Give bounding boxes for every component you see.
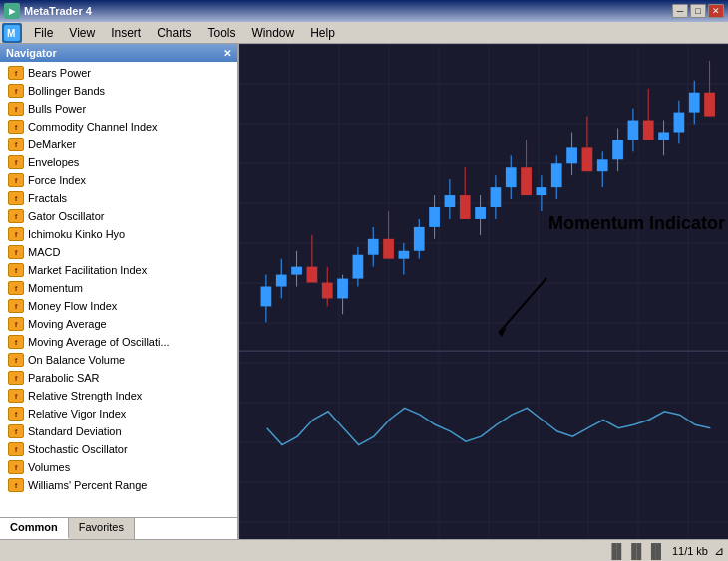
navigator-title-label: Navigator xyxy=(6,47,57,59)
navigator-panel: Navigator ✕ fBears PowerfBollinger Bands… xyxy=(0,44,239,539)
nav-item[interactable]: fMoney Flow Index xyxy=(0,297,237,315)
nav-item[interactable]: fCommodity Channel Index xyxy=(0,118,237,136)
nav-item[interactable]: fForce Index xyxy=(0,171,237,189)
nav-item[interactable]: fGator Oscillator xyxy=(0,207,237,225)
nav-item[interactable]: fFractals xyxy=(0,189,237,207)
nav-item[interactable]: fBears Power xyxy=(0,64,237,82)
nav-item-icon: f xyxy=(8,299,24,313)
status-bar: ▐▌▐▌▐▌ 11/1 kb ⊿ xyxy=(0,539,728,561)
nav-item[interactable]: fMACD xyxy=(0,243,237,261)
menu-insert[interactable]: Insert xyxy=(103,24,149,42)
nav-item-label: Commodity Channel Index xyxy=(28,121,158,133)
nav-item-label: Bollinger Bands xyxy=(28,85,105,97)
nav-item[interactable]: fMomentum xyxy=(0,279,237,297)
nav-item[interactable]: fBollinger Bands xyxy=(0,82,237,100)
nav-item-label: Moving Average xyxy=(28,318,107,330)
navigator-close-button[interactable]: ✕ xyxy=(223,48,231,59)
nav-item-label: DeMarker xyxy=(28,139,76,150)
nav-item[interactable]: fRelative Strength Index xyxy=(0,387,237,405)
nav-item-icon: f xyxy=(8,209,24,223)
nav-item-icon: f xyxy=(8,138,24,151)
resize-grip: ⊿ xyxy=(714,544,724,558)
close-button[interactable]: ✕ xyxy=(708,4,724,18)
price-chart xyxy=(239,44,728,539)
app-logo: M xyxy=(2,23,22,43)
nav-item-icon: f xyxy=(8,407,24,421)
nav-item-label: Force Index xyxy=(28,174,86,186)
nav-item-icon: f xyxy=(8,353,24,367)
navigator-list[interactable]: fBears PowerfBollinger BandsfBulls Power… xyxy=(0,62,237,517)
navigator-tabs: Common Favorites xyxy=(0,517,237,539)
menu-help[interactable]: Help xyxy=(302,24,343,42)
nav-item-icon: f xyxy=(8,245,24,259)
status-right: ▐▌▐▌▐▌ 11/1 kb ⊿ xyxy=(606,543,724,559)
nav-item[interactable]: fRelative Vigor Index xyxy=(0,405,237,422)
nav-item[interactable]: fStandard Deviation xyxy=(0,422,237,440)
nav-item-label: Momentum xyxy=(28,282,83,294)
navigator-title-bar: Navigator ✕ xyxy=(0,44,237,62)
nav-item-icon: f xyxy=(8,227,24,241)
nav-item-label: Money Flow Index xyxy=(28,300,117,312)
nav-item[interactable]: fIchimoku Kinko Hyo xyxy=(0,225,237,243)
menu-view[interactable]: View xyxy=(61,24,103,42)
nav-item-label: Williams' Percent Range xyxy=(28,479,147,491)
nav-item[interactable]: fBulls Power xyxy=(0,100,237,118)
main-content: Navigator ✕ fBears PowerfBollinger Bands… xyxy=(0,44,728,539)
nav-item-icon: f xyxy=(8,424,24,438)
nav-item[interactable]: fParabolic SAR xyxy=(0,369,237,387)
nav-item-icon: f xyxy=(8,102,24,116)
nav-item[interactable]: fStochastic Oscillator xyxy=(0,440,237,458)
chart-area[interactable]: ─ □ ✕ Momentum Indicator xyxy=(239,44,728,539)
tab-favorites[interactable]: Favorites xyxy=(69,518,135,539)
nav-item[interactable]: fMarket Facilitation Index xyxy=(0,261,237,279)
nav-item-label: Fractals xyxy=(28,192,67,204)
nav-item-label: Bulls Power xyxy=(28,103,86,115)
nav-item-label: Stochastic Oscillator xyxy=(28,443,128,455)
nav-item-icon: f xyxy=(8,263,24,277)
nav-item[interactable]: fOn Balance Volume xyxy=(0,351,237,369)
nav-item-icon: f xyxy=(8,84,24,98)
chart-status-icon: ▐▌▐▌▐▌ xyxy=(606,543,666,559)
nav-item-icon: f xyxy=(8,460,24,474)
nav-item-icon: f xyxy=(8,281,24,295)
nav-item[interactable]: fEnvelopes xyxy=(0,153,237,171)
nav-item-label: Parabolic SAR xyxy=(28,372,100,384)
nav-item-label: Market Facilitation Index xyxy=(28,264,147,276)
nav-item-label: Volumes xyxy=(28,461,70,473)
nav-item-icon: f xyxy=(8,317,24,331)
svg-text:M: M xyxy=(7,28,15,39)
nav-item-label: Ichimoku Kinko Hyo xyxy=(28,228,125,240)
nav-item-label: On Balance Volume xyxy=(28,354,125,366)
nav-item-label: Relative Strength Index xyxy=(28,390,142,402)
nav-item-icon: f xyxy=(8,371,24,385)
nav-item-icon: f xyxy=(8,442,24,456)
nav-item[interactable]: fMoving Average of Oscillati... xyxy=(0,333,237,351)
minimize-button[interactable]: ─ xyxy=(672,4,688,18)
nav-item-icon: f xyxy=(8,173,24,187)
nav-item-icon: f xyxy=(8,120,24,134)
menu-file[interactable]: File xyxy=(26,24,61,42)
menu-charts[interactable]: Charts xyxy=(149,24,199,42)
nav-item[interactable]: fDeMarker xyxy=(0,136,237,153)
nav-item-label: Standard Deviation xyxy=(28,425,122,437)
nav-item[interactable]: fWilliams' Percent Range xyxy=(0,476,237,494)
nav-item-label: Moving Average of Oscillati... xyxy=(28,336,170,348)
nav-item-icon: f xyxy=(8,66,24,80)
menu-window[interactable]: Window xyxy=(244,24,303,42)
tab-common[interactable]: Common xyxy=(0,518,69,539)
nav-item-label: Relative Vigor Index xyxy=(28,408,126,420)
nav-item-icon: f xyxy=(8,191,24,205)
nav-item[interactable]: fVolumes xyxy=(0,458,237,476)
chart-info: 11/1 kb xyxy=(672,545,708,557)
title-bar: ▶ MetaTrader 4 ─ □ ✕ xyxy=(0,0,728,22)
chart-canvas-area: Momentum Indicator xyxy=(239,44,728,539)
maximize-button[interactable]: □ xyxy=(690,4,706,18)
app-title: MetaTrader 4 xyxy=(24,5,92,17)
title-bar-buttons: ─ □ ✕ xyxy=(672,4,724,18)
nav-item-icon: f xyxy=(8,155,24,169)
nav-item-label: Envelopes xyxy=(28,156,79,168)
nav-item[interactable]: fMoving Average xyxy=(0,315,237,333)
menu-bar: M File View Insert Charts Tools Window H… xyxy=(0,22,728,44)
nav-item-icon: f xyxy=(8,335,24,349)
menu-tools[interactable]: Tools xyxy=(200,24,244,42)
